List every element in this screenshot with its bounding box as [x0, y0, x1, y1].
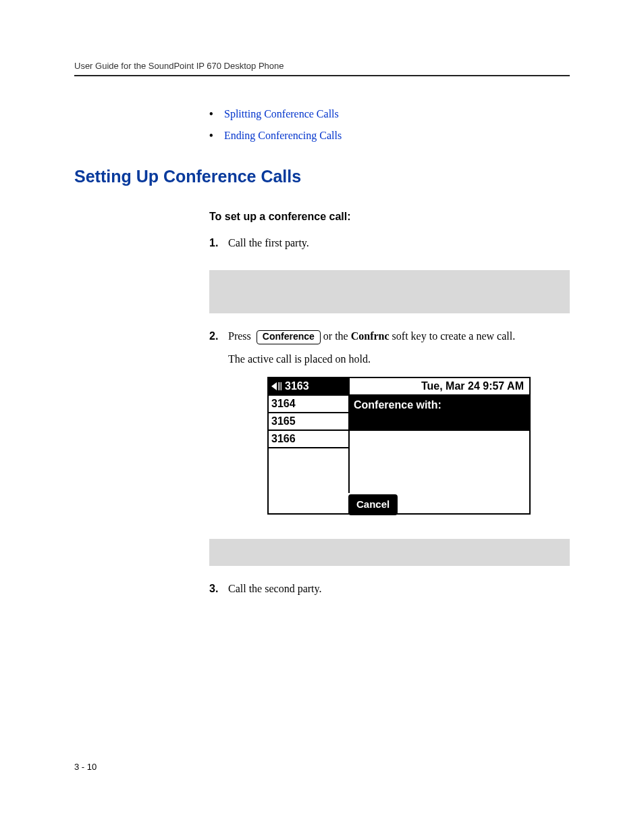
- text-fragment: or the: [323, 330, 351, 342]
- line-extension: 3164: [271, 396, 296, 412]
- running-header: User Guide for the SoundPoint IP 670 Des…: [74, 61, 570, 76]
- step-3: 3. Call the second party.: [209, 581, 570, 604]
- page-number: 3 - 10: [74, 762, 97, 772]
- line-extension: 3163: [285, 378, 309, 394]
- step-subtext: The active call is placed on hold.: [228, 351, 570, 367]
- link-ending-conf[interactable]: Ending Conferencing Calls: [224, 130, 342, 141]
- line-key-3: 3165: [269, 413, 348, 431]
- speaker-arrow-icon: [271, 382, 277, 390]
- conference-key-icon: Conference: [257, 330, 321, 344]
- phone-screen-figure: 3163 Tue, Mar 24 9:57 AM 3164 3165 3166 …: [267, 377, 531, 515]
- step-text: Call the first party.: [228, 235, 570, 251]
- cancel-softkey: Cancel: [348, 494, 398, 515]
- topic-links-list: Splitting Conference Calls Ending Confer…: [209, 103, 570, 147]
- line-key-1-active: 3163: [269, 378, 350, 396]
- line-extension: 3166: [271, 431, 296, 447]
- line-key-2: 3164: [269, 396, 348, 413]
- note-block: [209, 270, 570, 313]
- speaker-bars-icon: [278, 382, 282, 390]
- section-heading: Setting Up Conference Calls: [74, 167, 570, 186]
- step-1: 1. Call the first party.: [209, 235, 570, 258]
- phone-datetime: Tue, Mar 24 9:57 AM: [350, 378, 529, 396]
- procedure-title: To set up a conference call:: [209, 211, 570, 223]
- step-number: 3.: [209, 581, 228, 597]
- confrnc-softkey-name: Confrnc: [351, 330, 390, 342]
- step-2: 2. Press Conference or the Confrnc soft …: [209, 328, 570, 527]
- text-fragment: soft key to create a new call.: [390, 330, 516, 342]
- line-extension: 3165: [271, 413, 296, 429]
- line-key-4: 3166: [269, 431, 348, 448]
- press-word: Press: [228, 330, 251, 342]
- step-text: Call the second party.: [228, 581, 570, 597]
- conference-with-prompt: Conference with:: [350, 396, 529, 431]
- step-number: 1.: [209, 235, 228, 251]
- softkey-row: Cancel: [269, 493, 529, 513]
- link-splitting-conf[interactable]: Splitting Conference Calls: [224, 108, 339, 120]
- note-block: [209, 539, 570, 566]
- step-text: Press Conference or the Confrnc soft key…: [228, 328, 570, 344]
- step-number: 2.: [209, 328, 228, 344]
